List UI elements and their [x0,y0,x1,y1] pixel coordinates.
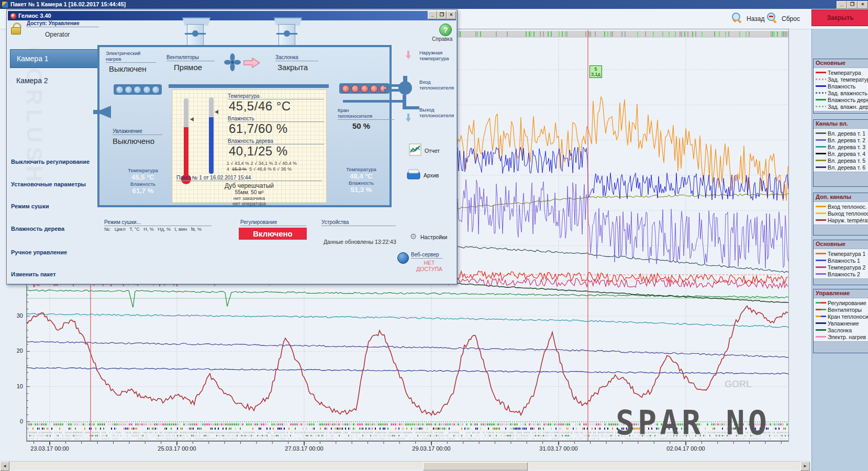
legend-label: Зад. влажность [828,90,867,96]
legend-item[interactable]: Вл. дерева т. 5 [815,157,868,164]
scrollbar-thumb[interactable] [423,462,528,470]
legend-item[interactable]: Вл. дерева т. 2 [815,137,868,143]
settings-icon[interactable]: ⚙ [410,232,417,241]
legend-label: Вход теплонос. [828,204,867,210]
dialog-minimize-button[interactable]: _ [428,11,437,19]
legend-item[interactable]: Зад. влажн. дерева [815,103,868,110]
x-axis-label: 27.03.17 00:00 [275,445,333,452]
legend-item[interactable]: Влажность 1 [815,257,868,264]
x-axis-label: 29.03.17 00:00 [403,445,460,452]
legend-swatch [816,260,826,261]
legend-item[interactable]: Вл. дерева т. 3 [815,143,868,150]
x-axis-label: 25.03.17 00:00 [148,445,206,452]
legend-swatch [816,219,826,221]
report-button[interactable]: Отчет [409,143,440,158]
pipe [403,106,419,109]
point1-temp-label: Температура [119,167,166,173]
legend-item[interactable]: Зад. температура [815,76,868,83]
settings-label[interactable]: Настройки [420,234,448,240]
point2-hum-value: 51,3 % [336,186,386,194]
dialog-close-button[interactable]: × [447,11,456,19]
archive-label: Архив [424,172,439,178]
chart-annotation: 5 3,1д [589,65,602,78]
dialog-restore-button[interactable]: ❐ [437,11,447,19]
scroll-right-button[interactable]: ► [800,462,810,471]
legend-item[interactable]: Температура [815,69,868,76]
menu-item-3[interactable]: Режим сушки [11,203,103,209]
reset-button[interactable]: Сброс [765,12,800,26]
back-button[interactable]: Назад [730,12,764,26]
horizontal-scrollbar[interactable]: ◄ ► [0,461,809,470]
legend-label: Вентиляторы [828,307,862,313]
help-icon[interactable]: ? [439,24,452,36]
lock-icon[interactable] [11,23,23,34]
legend-item[interactable]: Наруж. température [815,217,868,223]
window-close-button[interactable]: × [858,1,868,9]
menu-item-6[interactable]: Изменить пакет [11,271,103,277]
legend-item[interactable]: Вл. дерева т. 6 [815,164,868,171]
legend-label: Влажность дерева [828,97,868,103]
legend-item[interactable]: Зад. влажность [815,89,868,96]
archive-button[interactable]: Архив [407,169,439,182]
camera-2-button[interactable]: Камера 2 [10,75,100,86]
legend-swatch [816,329,826,331]
legend-item[interactable]: Температура 2 [815,264,868,271]
legend-item[interactable]: Заслонка [815,327,868,333]
devices-link[interactable]: Устройства [321,219,396,226]
annotation-line1: 5 [591,66,600,72]
legend-item[interactable]: Вл. дерева т. 1 [815,130,868,137]
electric-heating-label: Электрический нагрев [106,50,156,63]
wood-type: Дуб черешчатый [172,182,326,189]
back-label: Назад [747,15,764,23]
regulation-status-button[interactable]: Включено [239,228,307,240]
scroll-left-button[interactable]: ◄ [0,462,9,471]
window-restore-button[interactable]: ❐ [847,1,858,9]
webserver-globe-icon[interactable] [397,252,409,264]
legend-panel-title: Основные [814,240,868,249]
legend-item[interactable]: Влажность дерева [815,96,868,103]
legend-label: Зад. температура [828,76,868,83]
fan-icon [224,53,241,73]
legend-swatch [816,166,826,168]
damper-label: Заслонка [275,54,318,61]
menu-item-5[interactable]: Ручное управление [11,249,103,255]
legend-label: Температура 2 [828,264,865,271]
legend-label: Влажность 1 [828,257,860,264]
setpoint-marker-icon [190,117,194,121]
legend-panel-footer [814,225,868,235]
menu-item-4[interactable]: Влажность дерева [11,226,103,232]
thermometer-wet-icon [209,97,214,174]
legend-item[interactable]: Вентиляторы [815,306,868,313]
legend-item[interactable]: Температура 1 [815,250,868,257]
helios-dialog[interactable]: GORLUSH Гелиос 3.40 _ ❐ × Доступ: Управл… [6,9,458,285]
camera-1-button[interactable]: Камера 1 [10,49,101,68]
legend-swatch [816,206,826,207]
legend-item[interactable]: Влажность [815,83,868,89]
readings-panel: Температура 45,5/46 °C Влажность 61,7/60… [172,89,327,203]
close-view-button[interactable]: Закрыть [811,9,868,26]
legend-item[interactable]: Вл. дерева т. 4 [815,150,868,157]
humidifier-icon [114,84,162,95]
menu-item-1[interactable]: Выключить регулирование [11,159,103,165]
legend-panel-footer [814,278,868,285]
point1-hum-value: 61,7 % [119,187,166,195]
help-label: Справка [432,36,452,42]
legend-item[interactable]: Регулирование [815,299,868,306]
legend-panel-2: Каналы вл.Вл. дерева т. 1Вл. дерева т. 2… [813,119,868,187]
legend-swatch [816,336,826,338]
window-minimize-button[interactable]: _ [837,1,847,9]
legend-swatch [816,78,826,80]
legend-item[interactable]: Влажность 2 [815,271,868,277]
legend-swatch [816,139,826,141]
legend-panel-5: УправлениеРегулированиеВентиляторыКран т… [813,289,868,353]
menu-item-2[interactable]: Установочные параметры [11,181,103,187]
kiln-chamber-schematic: Электрический нагрев Выключен Вентилятор… [97,45,392,207]
legend-item[interactable]: Электр. нагрев [815,333,868,340]
legend-panel-footer [814,341,868,353]
legend-item[interactable]: Увлажнение [815,320,868,327]
legend-item[interactable]: Выход теплонос. [815,210,868,217]
legend-item[interactable]: Вход теплонос. [815,203,868,210]
drying-mode-link[interactable]: Режим сушки... [104,219,212,226]
legend-item[interactable]: Кран теплоносителя [815,313,868,320]
helios-app-icon [10,13,17,20]
